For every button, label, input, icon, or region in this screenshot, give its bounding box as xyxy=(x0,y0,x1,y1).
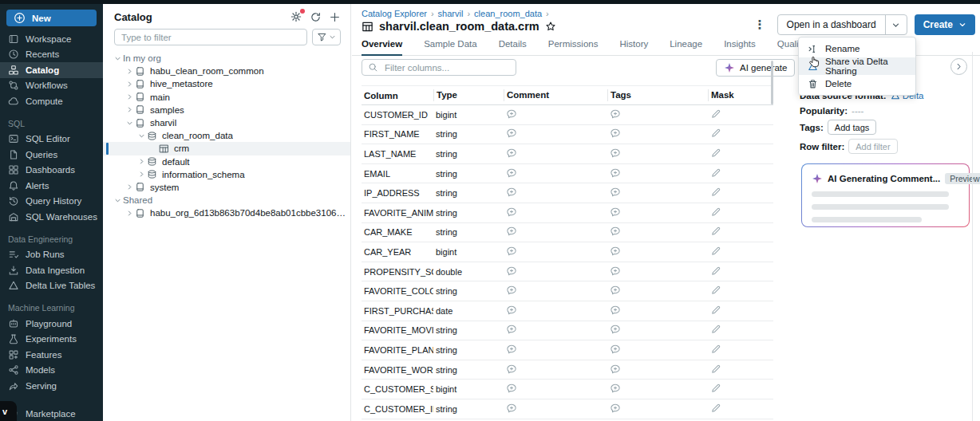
add-comment-icon[interactable] xyxy=(506,266,517,277)
chevron-right-icon[interactable] xyxy=(124,68,135,75)
edit-mask-icon[interactable] xyxy=(710,148,721,159)
add-tag-icon[interactable] xyxy=(610,167,621,179)
add-comment-icon[interactable] xyxy=(506,207,517,218)
tree-item-system[interactable]: system xyxy=(103,181,350,194)
sidebar-item-serving[interactable]: Serving xyxy=(0,378,103,394)
breadcrumb-link[interactable]: Catalog Explorer xyxy=(362,9,427,18)
add-tags-button[interactable]: Add tags xyxy=(828,120,876,135)
tree-item-habu-clean-room-common[interactable]: habu_clean_room_common xyxy=(103,65,350,77)
add-tag-icon[interactable] xyxy=(610,148,621,159)
menu-item-delete[interactable]: Delete xyxy=(799,75,915,92)
sidebar-item-sql-warehouses[interactable]: SQL Warehouses xyxy=(0,209,103,225)
chevron-right-icon[interactable] xyxy=(124,81,135,88)
tab-permissions[interactable]: Permissions xyxy=(548,39,599,55)
tab-details[interactable]: Details xyxy=(499,39,527,55)
sidebar-item-data-ingestion[interactable]: Data Ingestion xyxy=(0,262,103,278)
sidebar-item-job-runs[interactable]: Job Runs xyxy=(0,247,103,263)
add-tag-icon[interactable] xyxy=(610,344,621,355)
tab-lineage[interactable]: Lineage xyxy=(670,39,702,55)
breadcrumb-link[interactable]: sharvil xyxy=(438,9,464,18)
add-comment-icon[interactable] xyxy=(506,403,517,414)
collapse-panel-button[interactable] xyxy=(950,58,967,75)
sidebar-item-workflows[interactable]: Workflows xyxy=(0,78,103,94)
edit-mask-icon[interactable] xyxy=(710,167,721,179)
add-comment-icon[interactable] xyxy=(506,148,517,159)
tab-insights[interactable]: Insights xyxy=(724,39,756,55)
sidebar-item-dashboards[interactable]: Dashboards xyxy=(0,163,103,179)
filter-button[interactable] xyxy=(312,29,341,45)
add-comment-icon[interactable] xyxy=(506,324,517,335)
chevron-right-icon[interactable] xyxy=(136,158,147,165)
favorite-star-icon[interactable] xyxy=(545,21,556,32)
tree-item-hive-metastore[interactable]: hive_metastore xyxy=(103,77,350,90)
edit-mask-icon[interactable] xyxy=(710,403,721,414)
columns-filter-input[interactable] xyxy=(383,62,510,73)
edit-mask-icon[interactable] xyxy=(710,187,721,198)
add-tag-icon[interactable] xyxy=(610,305,621,316)
sidebar-item-recents[interactable]: Recents xyxy=(0,47,103,63)
sidebar-item-workspace[interactable]: Workspace xyxy=(0,31,103,47)
sidebar-item-sql-editor[interactable]: SQL Editor xyxy=(0,132,103,148)
sidebar-item-compute[interactable]: Compute xyxy=(0,93,103,109)
tree-item-crm[interactable]: crm xyxy=(103,142,350,155)
refresh-icon[interactable] xyxy=(310,11,322,23)
add-catalog-icon[interactable] xyxy=(329,11,341,23)
add-tag-icon[interactable] xyxy=(610,187,621,198)
edit-mask-icon[interactable] xyxy=(710,226,721,237)
edit-mask-icon[interactable] xyxy=(710,128,721,139)
tree-item-shared[interactable]: Shared xyxy=(103,194,350,207)
tree-item-in-my-org[interactable]: In my org xyxy=(103,52,350,65)
add-comment-icon[interactable] xyxy=(506,383,517,394)
sidebar-item-models[interactable]: Models xyxy=(0,363,103,379)
add-tag-icon[interactable] xyxy=(610,383,621,394)
chevron-right-icon[interactable] xyxy=(124,183,135,191)
add-tag-icon[interactable] xyxy=(610,324,621,335)
chevron-right-icon[interactable] xyxy=(136,171,147,178)
add-tag-icon[interactable] xyxy=(610,128,621,139)
add-comment-icon[interactable] xyxy=(506,167,517,179)
page-scrollbar-track[interactable] xyxy=(972,52,973,421)
kebab-menu-button[interactable]: ⋮ xyxy=(750,16,770,33)
ai-generate-button[interactable]: AI generate xyxy=(716,59,795,77)
add-comment-icon[interactable] xyxy=(506,364,517,375)
tree-item-main[interactable]: main xyxy=(103,91,350,104)
sidebar-item-query-history[interactable]: Query History xyxy=(0,194,103,210)
sidebar-item-playground[interactable]: Playground xyxy=(0,316,103,332)
catalog-filter-input[interactable] xyxy=(114,29,307,45)
chevron-down-icon[interactable] xyxy=(113,197,123,204)
tree-item-default[interactable]: default xyxy=(103,155,350,168)
create-button[interactable]: Create xyxy=(915,14,975,35)
open-in-dashboard-caret[interactable] xyxy=(885,15,907,34)
tree-item-samples[interactable]: samples xyxy=(103,104,350,116)
add-tag-icon[interactable] xyxy=(610,285,621,296)
chevron-right-icon[interactable] xyxy=(124,210,135,217)
edit-mask-icon[interactable] xyxy=(710,324,721,335)
add-tag-icon[interactable] xyxy=(610,207,621,218)
chevron-down-icon[interactable] xyxy=(113,55,123,62)
add-filter-button[interactable]: Add filter xyxy=(848,139,897,154)
menu-item-share-via-delta-sharing[interactable]: Share via Delta Sharing xyxy=(799,57,915,75)
edit-mask-icon[interactable] xyxy=(710,383,721,394)
menu-item-rename[interactable]: Rename xyxy=(799,40,915,57)
edit-mask-icon[interactable] xyxy=(710,266,721,277)
edit-mask-icon[interactable] xyxy=(710,344,721,355)
add-comment-icon[interactable] xyxy=(506,108,517,120)
add-comment-icon[interactable] xyxy=(506,285,517,296)
breadcrumb-link[interactable]: clean_room_data xyxy=(474,9,542,18)
add-comment-icon[interactable] xyxy=(506,187,517,198)
edit-mask-icon[interactable] xyxy=(710,246,721,257)
add-tag-icon[interactable] xyxy=(610,364,621,375)
sidebar-item-experiments[interactable]: Experiments xyxy=(0,332,103,348)
tab-history[interactable]: History xyxy=(619,39,648,55)
add-tag-icon[interactable] xyxy=(610,246,621,257)
tree-item-sharvil[interactable]: sharvil xyxy=(103,116,350,129)
table-scrollbar[interactable] xyxy=(771,61,773,104)
sidebar-item-catalog[interactable]: Catalog xyxy=(0,62,103,78)
open-in-dashboard-button[interactable]: Open in a dashboard xyxy=(778,15,885,34)
edit-mask-icon[interactable] xyxy=(710,207,721,218)
add-comment-icon[interactable] xyxy=(506,344,517,355)
tab-sample-data[interactable]: Sample Data xyxy=(424,39,476,55)
chevron-right-icon[interactable] xyxy=(124,93,135,100)
edit-mask-icon[interactable] xyxy=(710,108,721,120)
sidebar-item-queries[interactable]: Queries xyxy=(0,147,103,163)
